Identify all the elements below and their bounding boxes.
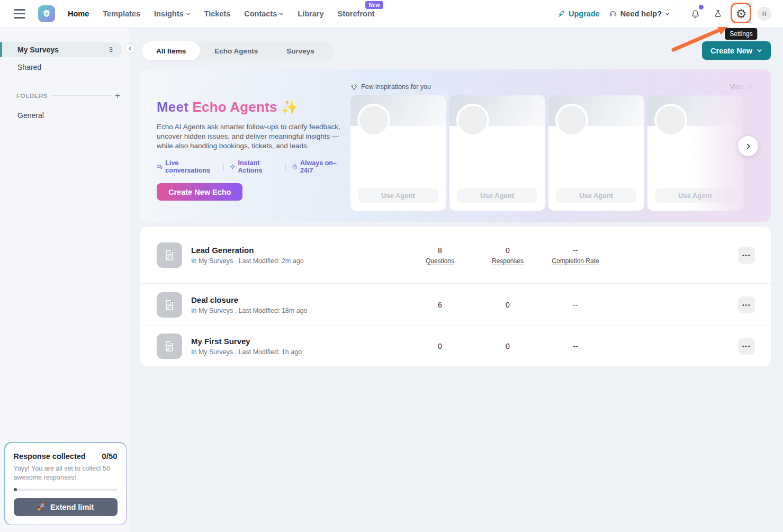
use-agent-button[interactable]: Use Agent	[358, 188, 438, 203]
use-agent-button[interactable]: Use Agent	[556, 188, 636, 203]
user-avatar[interactable]: R	[758, 7, 771, 21]
responses-value: 0	[506, 301, 510, 309]
survey-row-deal-closure[interactable]: Deal closure In My Surveys . Last Modifi…	[140, 284, 771, 326]
headset-icon	[609, 10, 617, 18]
inspirations-label: Few inspirations for you	[350, 83, 431, 91]
create-new-label: Create New	[710, 47, 752, 55]
new-badge: New	[365, 1, 383, 9]
agent-card[interactable]: Use Agent	[548, 95, 644, 211]
view-all-link[interactable]: View all →	[730, 83, 761, 91]
survey-doc-icon	[157, 292, 182, 318]
create-new-echo-button[interactable]: Create New Echo	[157, 183, 242, 201]
completion-value: --	[573, 246, 578, 255]
sidebar-collapse-button[interactable]	[125, 43, 135, 53]
tab-surveys[interactable]: Surveys	[272, 41, 329, 60]
chevron-left-icon	[128, 47, 132, 51]
agent-cards-carousel: Use Agent Use Agent Use Agent Use Agent	[350, 95, 771, 211]
nav-item-library[interactable]: Library	[298, 10, 323, 18]
completion-rate-label[interactable]: Completion Rate	[542, 257, 609, 265]
feature-separator: |	[285, 163, 286, 170]
agent-card[interactable]: Use Agent	[350, 95, 446, 211]
stat-completion-rate: -- Completion Rate	[542, 246, 609, 265]
add-folder-button[interactable]: +	[115, 91, 120, 100]
echo-agents-banner: Meet Echo Agents ✨ Echo AI Agents ask sm…	[140, 69, 771, 222]
hamburger-menu-icon[interactable]	[14, 9, 25, 19]
agent-avatar-placeholder	[357, 104, 390, 137]
app-logo[interactable]	[38, 5, 55, 22]
topbar-left: Home Templates Insights Tickets Contacts…	[0, 5, 375, 22]
chevron-down-icon	[757, 48, 762, 53]
row-options-button[interactable]	[738, 338, 755, 355]
rocket-icon	[557, 10, 565, 18]
completion-value: --	[573, 342, 578, 350]
stat-responses: 0	[474, 300, 542, 310]
survey-row-lead-generation[interactable]: Lead Generation In My Surveys . Last Mod…	[140, 227, 771, 284]
banner-text-block: Meet Echo Agents ✨ Echo AI Agents ask sm…	[157, 99, 343, 201]
agent-card[interactable]: Use Agent	[647, 95, 743, 211]
banner-description: Echo AI Agents ask smarter follow-ups to…	[157, 122, 343, 151]
sidebar-item-shared[interactable]: Shared	[0, 57, 130, 72]
use-agent-button[interactable]: Use Agent	[457, 188, 537, 203]
stat-questions: 8 Questions	[406, 246, 474, 265]
folders-divider	[52, 95, 111, 96]
shared-label: Shared	[17, 63, 41, 71]
survey-info: Deal closure In My Surveys . Last Modifi…	[191, 295, 406, 314]
create-new-button[interactable]: Create New	[702, 41, 771, 60]
shield-check-icon	[41, 8, 52, 19]
nav-item-storefront[interactable]: Storefront New	[337, 10, 374, 18]
my-surveys-label: My Surveys	[17, 46, 59, 54]
questions-value: 0	[438, 342, 442, 350]
row-options-button[interactable]	[738, 296, 755, 313]
upgrade-link[interactable]: Upgrade	[557, 10, 600, 18]
response-limit-message: Yayy! You are all set to collect 50 awes…	[14, 464, 118, 482]
rocket-emoji-icon: 🚀	[37, 502, 47, 511]
carousel-next-button[interactable]	[738, 136, 758, 156]
stat-questions: 6	[406, 300, 474, 310]
stat-questions: 0	[406, 341, 474, 351]
nav-item-tickets[interactable]: Tickets	[204, 10, 231, 18]
response-count: 0/50	[102, 452, 117, 461]
topbar-divider	[679, 7, 679, 20]
folders-header: FOLDERS +	[16, 91, 120, 100]
upgrade-label: Upgrade	[569, 10, 600, 18]
nav-item-contacts[interactable]: Contacts	[244, 10, 284, 18]
nav-item-insights[interactable]: Insights	[154, 10, 191, 18]
agent-card[interactable]: Use Agent	[449, 95, 545, 211]
nav-item-templates[interactable]: Templates	[103, 10, 140, 18]
row-options-button[interactable]	[738, 247, 755, 264]
survey-info: Lead Generation In My Surveys . Last Mod…	[191, 246, 406, 265]
feature-always-on: Always on–24/7	[292, 159, 343, 174]
banner-title: Meet Echo Agents ✨	[157, 99, 343, 115]
response-collected-label: Response collected	[14, 452, 86, 461]
sidebar-folder-general[interactable]: General	[0, 111, 130, 120]
nav-item-home[interactable]: Home	[68, 10, 89, 18]
extend-limit-button[interactable]: 🚀 Extend limit	[14, 498, 118, 516]
need-help-menu[interactable]: Need help?	[609, 10, 670, 18]
use-agent-button[interactable]: Use Agent	[655, 188, 735, 203]
survey-meta: In My Surveys . Last Modified: 2m ago	[191, 257, 406, 265]
chevron-down-icon	[186, 12, 191, 16]
tab-echo-agents[interactable]: Echo Agents	[200, 41, 272, 60]
responses-label[interactable]: Responses	[474, 257, 542, 265]
banner-features: Live conversations | Instant Actions | A…	[157, 159, 343, 174]
questions-value: 6	[438, 301, 442, 309]
survey-doc-icon	[157, 333, 182, 359]
settings-button[interactable]: ⚙ Settings	[734, 6, 749, 21]
questions-value: 8	[438, 246, 442, 255]
notifications-button[interactable]	[688, 7, 702, 21]
chevron-down-icon	[665, 12, 670, 16]
surveys-list: Lead Generation In My Surveys . Last Mod…	[140, 227, 771, 366]
feature-separator: |	[223, 163, 224, 170]
sidebar-item-my-surveys[interactable]: My Surveys 3	[0, 42, 122, 57]
app-window: Home Templates Insights Tickets Contacts…	[0, 0, 783, 532]
labs-button[interactable]	[711, 7, 725, 21]
gear-icon: ⚙	[736, 8, 747, 20]
questions-label[interactable]: Questions	[406, 257, 474, 265]
completion-value: --	[573, 301, 578, 309]
survey-title: Deal closure	[191, 295, 406, 304]
lightbulb-icon	[350, 83, 358, 91]
survey-row-my-first-survey[interactable]: My First Survey In My Surveys . Last Mod…	[140, 326, 771, 366]
survey-info: My First Survey In My Surveys . Last Mod…	[191, 337, 406, 356]
tab-all-items[interactable]: All Items	[142, 41, 200, 60]
response-progress-fill	[14, 488, 17, 491]
